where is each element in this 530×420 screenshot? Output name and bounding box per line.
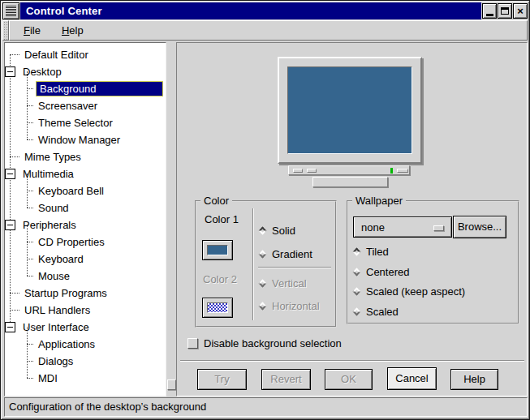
monitor-base — [288, 165, 410, 175]
tree-item-applications[interactable]: Applications — [5, 336, 163, 353]
tree-item-background[interactable]: Background — [5, 80, 163, 97]
tree-item-sound[interactable]: Sound — [5, 199, 163, 216]
tree-item-mime-types[interactable]: Mime Types — [5, 148, 163, 165]
close-icon: × — [517, 6, 524, 16]
tree-item-cd-properties[interactable]: CD Properties — [5, 234, 163, 251]
color2-swatch — [207, 302, 228, 313]
tree-connector — [27, 191, 33, 191]
collapse-icon[interactable] — [5, 66, 15, 77]
checkbox-unchecked-icon — [187, 338, 198, 349]
tree-item-startup-programs[interactable]: Startup Programs — [5, 285, 163, 302]
disable-background-selection-checkbox[interactable]: Disable background selection — [187, 337, 342, 349]
monitor-button-icon — [293, 169, 303, 173]
radio-on-icon — [259, 227, 267, 235]
tree-item-mdi[interactable]: MDI — [5, 370, 163, 387]
tree-connector — [27, 139, 33, 140]
tree-item-label: Keyboard Bell — [36, 184, 106, 198]
titlebar-drag-area[interactable]: Control Center — [20, 2, 481, 19]
tree-item-label: Background — [36, 81, 163, 96]
tree-item-label: Screensaver — [36, 99, 100, 113]
collapse-icon[interactable] — [5, 322, 15, 332]
color1-swatch — [207, 245, 228, 255]
radio-solid[interactable]: Solid — [260, 225, 295, 237]
radio-tiled[interactable]: Tiled — [354, 246, 389, 258]
tree-connector — [10, 156, 19, 157]
tree-item-label: Desktop — [20, 65, 64, 79]
tree-connector — [27, 208, 33, 208]
window-title: Control Center — [26, 5, 102, 17]
titlebar: Control Center × — [2, 2, 528, 19]
control-center-window: Control Center × File Help Default Edito… — [0, 0, 530, 420]
monitor-button-icon — [307, 169, 317, 173]
menubar: File Help — [9, 20, 528, 41]
maximize-button[interactable] — [498, 3, 512, 19]
radio-off-icon — [353, 288, 361, 296]
category-tree-panel: Default Editor Desktop Background Screen… — [4, 42, 166, 396]
radio-scaled[interactable]: Scaled — [354, 306, 399, 318]
tree-item-window-manager[interactable]: Window Manager — [5, 131, 163, 148]
tree-item-label: Multimedia — [20, 167, 76, 181]
tree-item-dialogs[interactable]: Dialogs — [5, 353, 163, 370]
radio-off-icon — [259, 280, 267, 288]
tree-connector — [27, 276, 33, 276]
menu-file[interactable]: File — [16, 22, 48, 39]
tree-item-keyboard-bell[interactable]: Keyboard Bell — [5, 182, 163, 199]
tree-item-label: MDI — [36, 371, 60, 385]
radio-off-icon — [353, 268, 361, 276]
tree-item-desktop[interactable]: Desktop — [5, 63, 163, 80]
radio-on-icon — [353, 248, 361, 256]
radio-label: Scaled — [366, 306, 399, 318]
frame-grip[interactable] — [2, 20, 9, 41]
tree-connector — [10, 54, 19, 55]
try-button[interactable]: Try — [197, 369, 247, 390]
ok-button[interactable]: OK — [325, 369, 373, 390]
tree-item-label: Theme Selector — [36, 116, 115, 130]
tree-connector — [27, 88, 33, 89]
cancel-button[interactable]: Cancel — [387, 367, 437, 390]
tree-connector — [27, 242, 33, 242]
radio-centered[interactable]: Centered — [354, 266, 409, 278]
tree-item-label: Default Editor — [22, 48, 91, 62]
tree-item-label: Dialogs — [36, 354, 75, 368]
help-button[interactable]: Help — [450, 369, 498, 390]
tree-item-theme-selector[interactable]: Theme Selector — [5, 114, 163, 131]
tree-connector — [10, 293, 19, 294]
tree-item-screensaver[interactable]: Screensaver — [5, 97, 163, 114]
radio-label: Scaled (keep aspect) — [366, 285, 465, 298]
tree-item-mouse[interactable]: Mouse — [5, 268, 163, 285]
paned-resize-handle[interactable] — [167, 379, 176, 390]
tree-item-peripherals[interactable]: Peripherals — [5, 216, 163, 234]
tree-item-default-editor[interactable]: Default Editor — [5, 46, 163, 63]
tree-connector — [27, 259, 33, 259]
color-section: Color Color 1 Color 2 Solid Gradient Ver… — [195, 200, 337, 328]
tree-item-label: User Interface — [20, 320, 92, 334]
minimize-button[interactable] — [482, 3, 497, 19]
revert-button[interactable]: Revert — [261, 369, 311, 390]
collapse-icon[interactable] — [5, 220, 15, 230]
wallpaper-dropdown[interactable]: none — [353, 216, 452, 238]
tree-item-keyboard[interactable]: Keyboard — [5, 251, 163, 268]
color1-picker-button[interactable] — [202, 240, 233, 260]
tree-item-url-handlers[interactable]: URL Handlers — [5, 302, 163, 319]
menu-help[interactable]: Help — [54, 22, 91, 39]
color2-picker-button[interactable] — [202, 298, 233, 318]
tree-item-label: Mouse — [36, 269, 72, 283]
radio-scaled-keep-aspect[interactable]: Scaled (keep aspect) — [354, 285, 465, 298]
status-text: Configuration of the desktop’s backgroun… — [9, 401, 206, 413]
radio-label: Tiled — [366, 246, 389, 258]
close-button[interactable]: × — [513, 3, 528, 19]
tree-item-label: CD Properties — [36, 235, 107, 249]
tree-item-user-interface[interactable]: User Interface — [5, 319, 163, 336]
window-menu-button[interactable] — [2, 2, 19, 19]
browse-button[interactable]: Browse... — [453, 216, 506, 238]
monitor-power-led — [390, 168, 393, 174]
status-bar: Configuration of the desktop’s backgroun… — [4, 397, 528, 417]
collapse-icon[interactable] — [5, 169, 15, 179]
tree-connector — [27, 344, 33, 345]
tree-connector — [27, 378, 33, 379]
vertical-separator — [252, 208, 254, 320]
tree-connector — [27, 361, 33, 362]
radio-gradient[interactable]: Gradient — [260, 248, 312, 260]
radio-label: Solid — [272, 225, 295, 237]
tree-item-multimedia[interactable]: Multimedia — [5, 165, 163, 182]
